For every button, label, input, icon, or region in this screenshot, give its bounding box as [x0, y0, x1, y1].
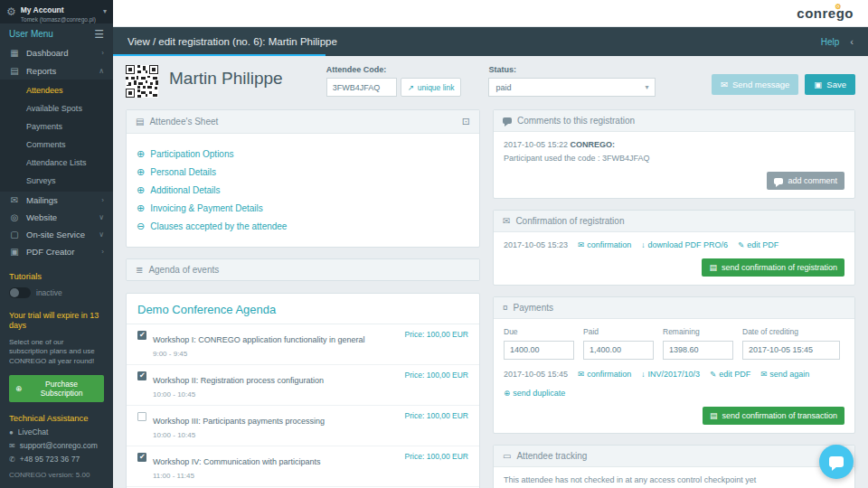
envelope-icon: ✉	[760, 370, 767, 379]
account-text: My Account Tomek (tomasz@conrego.pl)	[21, 0, 99, 23]
edit-pdf-link[interactable]: ✎ edit PDF	[738, 240, 778, 249]
paid-input[interactable]	[583, 341, 654, 360]
help-link[interactable]: Help	[821, 37, 840, 47]
tutorials-toggle[interactable]	[9, 287, 31, 298]
envelope-icon: ✉	[9, 442, 15, 450]
agenda-checkbox[interactable]	[137, 453, 146, 462]
agenda-item-time: 10:00 - 10:45	[153, 390, 324, 399]
payment-field-date: Date of crediting	[742, 327, 840, 360]
plus-circle-icon: ⊕	[137, 148, 145, 160]
sidebar-item-surveys[interactable]: Surveys	[0, 172, 113, 190]
sidebar-item-mailings[interactable]: ✉ Mailings ›	[0, 192, 113, 209]
page-icon: ▤	[710, 411, 718, 420]
attendee-sheet-card: ▤ Attendee's Sheet ⊡ ⊕ Participation Opt…	[126, 109, 480, 248]
link-label: confirmation	[587, 370, 631, 379]
agenda-item-time: 10:00 - 10:45	[153, 431, 325, 439]
link-label: edit PDF	[747, 240, 778, 249]
support-phone-label: +48 95 723 36 77	[20, 455, 80, 464]
send-confirmation-registration-button[interactable]: ▤ send confirmation of registration	[702, 258, 844, 277]
agenda-checkbox[interactable]	[137, 412, 146, 421]
logo-gear-icon: ⚙	[835, 3, 842, 11]
phone-icon: ✆	[9, 455, 15, 464]
onsite-service-icon: ▢	[9, 230, 20, 239]
save-button[interactable]: ▣ Save	[805, 74, 855, 95]
sidebar-item-dashboard[interactable]: ▦ Dashboard ›	[0, 44, 113, 61]
trial-text: Select one of our subscription plans and…	[9, 338, 104, 367]
app-window: ⚙ My Account Tomek (tomasz@conrego.pl) ▾…	[0, 0, 868, 488]
livechat-link[interactable]: ● LiveChat	[9, 427, 104, 436]
send-confirmation-transaction-button[interactable]: ▤ send confirmation of transaction	[703, 407, 844, 425]
attendee-code-input[interactable]	[326, 78, 397, 97]
sidebar-item-payments[interactable]: Payments	[0, 117, 113, 136]
attendee-name: Martin Philippe	[169, 69, 283, 89]
chevron-up-icon: ∧	[99, 67, 104, 75]
coins-icon: ¤	[503, 303, 508, 313]
link-participation-options[interactable]: ⊕ Participation Options	[137, 148, 469, 160]
comments-icon	[503, 117, 512, 124]
purchase-subscription-button[interactable]: ⊕ Purchase Subscription	[9, 375, 104, 402]
sidebar-item-comments[interactable]: Comments	[0, 136, 113, 154]
sidebar-item-attendance-lists[interactable]: Attendance Lists	[0, 154, 113, 172]
account-menu[interactable]: ⚙ My Account Tomek (tomasz@conrego.pl) ▾	[0, 0, 113, 23]
due-input[interactable]	[504, 341, 574, 360]
confirmation-title: Confirmation of registration	[515, 216, 624, 226]
payments-title: Payments	[514, 303, 553, 313]
edit-pdf-link[interactable]: ✎ edit PDF	[710, 370, 750, 379]
remaining-input[interactable]	[663, 341, 733, 360]
chat-button[interactable]	[819, 445, 854, 479]
add-comment-button[interactable]: add comment	[767, 172, 844, 190]
sidebar-item-reports[interactable]: ▤ Reports ∧	[0, 62, 113, 80]
payments-card: ¤ Payments Due Paid	[493, 296, 855, 434]
agenda-card: ≣ Agenda of events	[126, 258, 480, 281]
chevron-left-icon[interactable]: ‹	[850, 36, 854, 47]
link-additional-details[interactable]: ⊕ Additional Details	[137, 184, 469, 196]
payment-field-paid: Paid	[583, 327, 654, 360]
invoice-link[interactable]: ↓ INV/2017/10/3	[641, 370, 700, 379]
sidebar-item-onsite-service[interactable]: ▢ On-site Service ∨	[0, 226, 113, 243]
support-phone[interactable]: ✆ +48 95 723 36 77	[9, 455, 104, 464]
sidebar-item-label: Reports	[26, 66, 56, 76]
field-label: Due	[504, 327, 574, 336]
sidebar-item-pdf-creator[interactable]: ▣ PDF Creator ›	[0, 243, 113, 260]
link-label: Invoicing & Payment Details	[150, 203, 263, 213]
status-select[interactable]: paid ▾	[488, 78, 656, 97]
attendee-code-label: Attendee Code:	[326, 65, 462, 74]
attendee-tracking-card: ▭ Attendee tracking This attendee has no…	[493, 445, 855, 488]
chevron-down-icon: ∨	[99, 230, 104, 239]
agenda-row: Workshop II: Registration process config…	[127, 365, 479, 406]
comment-author: CONREGO:	[571, 140, 616, 149]
agenda-checkbox[interactable]	[137, 331, 146, 340]
link-clauses-accepted[interactable]: ⊖ Clauses accepted by the attendee	[137, 221, 469, 232]
link-label: send again	[769, 370, 809, 379]
sidebar-item-attendees[interactable]: Attendees	[0, 81, 113, 99]
crediting-date-input[interactable]	[742, 341, 840, 360]
button-label: send confirmation of transaction	[722, 411, 837, 420]
link-personal-details[interactable]: ⊕ Personal Details	[137, 166, 469, 178]
send-again-link[interactable]: ✉ send again	[760, 370, 809, 379]
send-duplicate-link[interactable]: ⊕ send duplicate	[504, 389, 565, 398]
confirmation-link[interactable]: ✉ confirmation	[578, 240, 631, 249]
sidebar-item-available-spots[interactable]: Available Spots	[0, 99, 113, 117]
hamburger-icon[interactable]: ☰	[94, 28, 104, 41]
agenda-checkbox[interactable]	[137, 371, 146, 380]
download-pdf-link[interactable]: ↓ download PDF PRO/6	[641, 240, 728, 249]
unique-link-label: unique link	[418, 83, 455, 92]
tutorials-state: inactive	[36, 288, 62, 297]
send-message-button[interactable]: ✉ Send message	[712, 74, 798, 95]
gear-icon: ⚙	[6, 5, 16, 18]
expand-icon[interactable]: ⊡	[462, 116, 470, 127]
tracking-text: This attendee has not checked in at any …	[504, 475, 844, 484]
agenda-item-title: Workshop IV: Communication with particip…	[153, 457, 321, 466]
support-email-link[interactable]: ✉ support@conrego.com	[9, 441, 104, 450]
logo-text: conrego	[797, 5, 854, 21]
agenda-item-price: Price: 100,00 EUR	[405, 452, 468, 461]
sidebar-item-label: On-site Service	[26, 230, 85, 239]
page-title: View / edit registration (no. 6): Martin…	[127, 36, 821, 47]
envelope-icon: ✉	[503, 216, 510, 226]
dashboard-icon: ▦	[9, 48, 20, 58]
link-invoicing-payment-details[interactable]: ⊕ Invoicing & Payment Details	[137, 202, 469, 214]
sidebar-item-website[interactable]: ◎ Website ∨	[0, 209, 113, 226]
plus-circle-icon: ⊕	[137, 184, 145, 196]
unique-link-button[interactable]: ↗ unique link	[401, 78, 462, 97]
payment-confirmation-link[interactable]: ✉ confirmation	[578, 370, 631, 379]
